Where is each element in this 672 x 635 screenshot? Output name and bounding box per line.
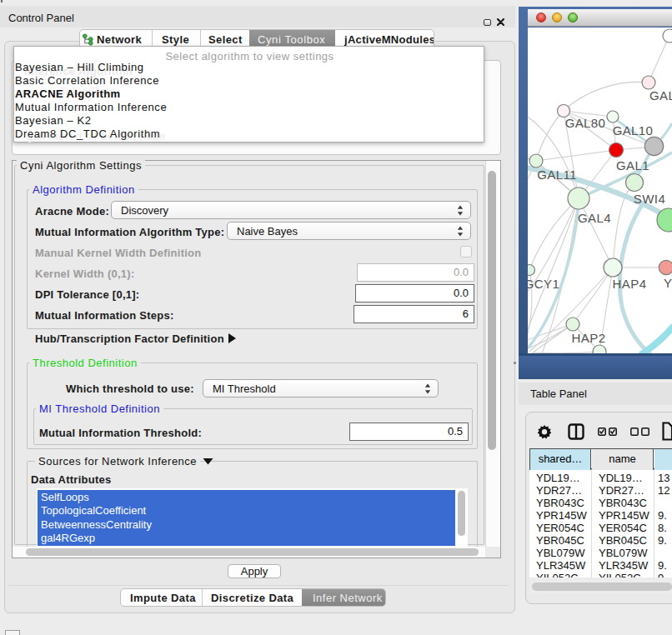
svg-text:GCY1: GCY1	[528, 277, 559, 291]
svg-text:HAP4: HAP4	[613, 277, 647, 291]
svg-text:GAL4: GAL4	[578, 211, 611, 225]
svg-text:GAL: GAL	[649, 88, 672, 102]
svg-text:SWI4: SWI4	[634, 192, 665, 206]
svg-text:GAL80: GAL80	[565, 116, 606, 130]
svg-text:HAP2: HAP2	[572, 331, 606, 345]
svg-text:Y: Y	[664, 276, 672, 290]
svg-text:GAL10: GAL10	[613, 123, 654, 138]
svg-text:GAL11: GAL11	[537, 168, 577, 182]
svg-text:GAL1: GAL1	[616, 158, 649, 172]
